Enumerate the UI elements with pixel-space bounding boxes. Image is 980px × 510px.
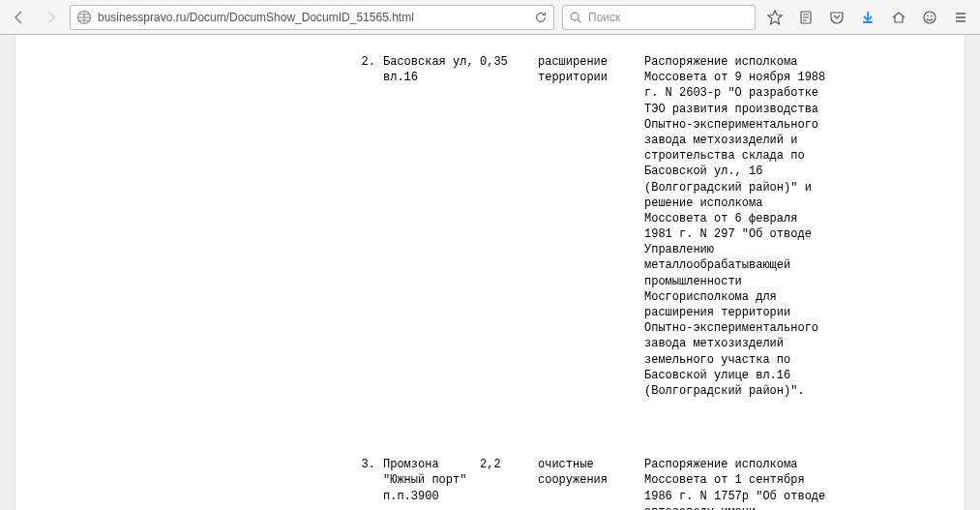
globe-icon bbox=[76, 10, 92, 25]
cell-purpose: расширение территории bbox=[538, 54, 644, 399]
content-wrap: 2. Басовская ул, вл.16 0,35 расширение т… bbox=[0, 35, 980, 510]
reader-icon[interactable] bbox=[792, 4, 819, 31]
cell-grounds: Распоряжение исполкома Моссовета от 9 но… bbox=[644, 54, 828, 399]
cell-num: 2. bbox=[344, 54, 383, 399]
url-text: businesspravo.ru/Docum/DocumShow_DocumID… bbox=[98, 11, 414, 24]
cell-area: 0,35 bbox=[480, 54, 538, 399]
search-icon bbox=[569, 11, 582, 24]
smiley-icon[interactable] bbox=[916, 4, 943, 31]
svg-point-3 bbox=[924, 12, 935, 23]
pocket-icon[interactable] bbox=[823, 4, 850, 31]
cell-area: 2,2 bbox=[480, 457, 538, 510]
forward-button[interactable] bbox=[37, 4, 64, 31]
table-row: 2. Басовская ул, вл.16 0,35 расширение т… bbox=[54, 54, 926, 399]
right-gutter bbox=[965, 35, 980, 510]
home-icon[interactable] bbox=[885, 4, 912, 31]
download-icon[interactable] bbox=[854, 4, 881, 31]
bookmark-star-icon[interactable] bbox=[761, 4, 788, 31]
svg-point-5 bbox=[931, 15, 933, 16]
cell-address: Промзона "Южный порт" п.п.3900 bbox=[383, 457, 480, 510]
svg-point-1 bbox=[571, 13, 579, 20]
search-placeholder: Поиск bbox=[588, 11, 620, 24]
url-bar[interactable]: businesspravo.ru/Docum/DocumShow_DocumID… bbox=[70, 5, 554, 30]
cell-address: Басовская ул, вл.16 bbox=[383, 54, 480, 399]
document-page: 2. Басовская ул, вл.16 0,35 расширение т… bbox=[15, 35, 965, 510]
cell-num: 3. bbox=[344, 457, 383, 510]
cell-grounds: Распоряжение исполкома Моссовета от 1 се… bbox=[644, 457, 828, 510]
search-bar[interactable]: Поиск bbox=[562, 5, 756, 30]
back-button[interactable] bbox=[6, 4, 33, 31]
svg-point-4 bbox=[927, 15, 929, 16]
menu-icon[interactable] bbox=[947, 4, 974, 31]
doc-table: 2. Басовская ул, вл.16 0,35 расширение т… bbox=[54, 54, 926, 510]
browser-toolbar: businesspravo.ru/Docum/DocumShow_DocumID… bbox=[0, 0, 980, 35]
table-row: 3. Промзона "Южный порт" п.п.3900 2,2 оч… bbox=[54, 457, 926, 510]
reload-icon[interactable] bbox=[534, 11, 548, 24]
cell-purpose: очистные сооружения bbox=[538, 457, 644, 510]
left-gutter bbox=[0, 35, 15, 510]
